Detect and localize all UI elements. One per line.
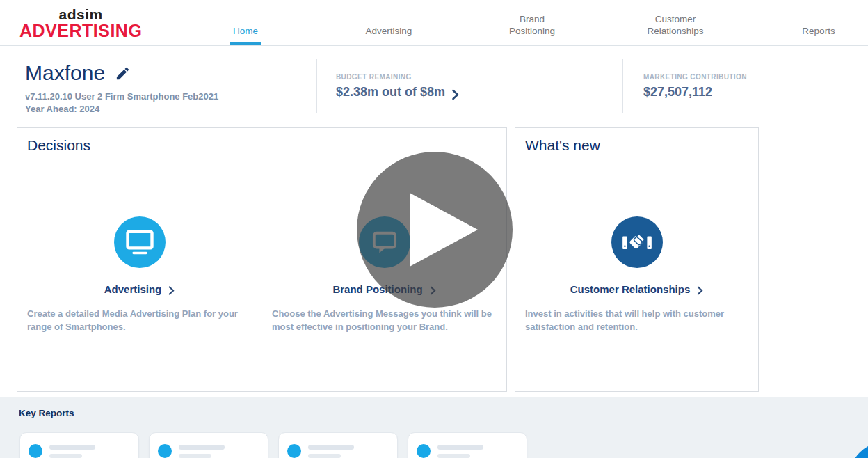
budget-remaining-block: BUDGET REMAINING $2.38m out of $8m [336, 73, 459, 102]
advertising-link[interactable]: Advertising [104, 283, 175, 297]
report-title-placeholder [308, 445, 354, 450]
budget-remaining-value[interactable]: $2.38m out of $8m [336, 85, 445, 102]
report-card[interactable] [149, 432, 268, 458]
report-dot-icon [417, 444, 431, 458]
chevron-right-icon [451, 89, 459, 100]
firm-name: Maxfone [25, 61, 105, 85]
adsim-home-page: adsim ADVERTISING Home Advertising Brand… [0, 0, 868, 458]
handshake-icon[interactable] [611, 216, 663, 268]
budget-remaining-link[interactable]: $2.38m out of $8m [336, 85, 459, 102]
nav-tab-brand-positioning[interactable]: Brand Positioning [460, 0, 604, 46]
whats-new-panel-title: What's new [515, 128, 758, 154]
version-info: v7.11.20.10 User 2 Firm Smartphone Feb20… [25, 90, 218, 103]
customer-relationships-description: Invest in activities that will help with… [515, 308, 758, 333]
monitor-icon[interactable] [114, 216, 166, 268]
report-dot-icon [158, 444, 172, 458]
year-ahead-info: Year Ahead: 2024 [25, 103, 218, 116]
key-reports-section: Key Reports [0, 397, 868, 458]
advertising-decision-column: Advertising Create a detailed Media Adve… [17, 159, 262, 391]
nav-tab-home[interactable]: Home [174, 0, 317, 46]
customer-relationships-column: Customer Relationships Invest in activit… [515, 159, 758, 391]
report-card[interactable] [408, 432, 527, 458]
nav-tab-brand-positioning-label: Brand Positioning [497, 13, 567, 37]
report-subtitle-placeholder [49, 454, 82, 458]
decisions-panel-title: Decisions [17, 128, 506, 154]
customer-relationships-link[interactable]: Customer Relationships [570, 283, 704, 297]
active-tab-underline [230, 42, 261, 45]
report-title-placeholder [437, 445, 483, 450]
adsim-logo[interactable]: adsim ADVERTISING [19, 7, 142, 40]
report-subtitle-placeholder [179, 454, 211, 458]
video-play-overlay[interactable] [357, 152, 513, 308]
edit-firm-name-icon[interactable] [115, 65, 131, 81]
status-bar: Maxfone v7.11.20.10 User 2 Firm Smartpho… [0, 46, 868, 126]
nav-tab-customer-relationships-label: Customer Relationships [641, 13, 710, 37]
report-subtitle-placeholder [308, 454, 341, 458]
key-reports-title: Key Reports [19, 408, 74, 418]
nav-tab-reports-label: Reports [802, 25, 835, 37]
report-card[interactable] [278, 432, 398, 458]
main-nav-tabs: Home Advertising Brand Positioning Custo… [174, 0, 868, 46]
top-nav: adsim ADVERTISING Home Advertising Brand… [0, 0, 868, 46]
handshake-icon-glyph [621, 231, 653, 253]
logo-adsim-text: adsim [59, 7, 103, 22]
report-card[interactable] [19, 432, 139, 458]
advertising-link-label: Advertising [104, 283, 162, 297]
monitor-icon-glyph [125, 230, 154, 255]
report-title-placeholder [179, 445, 225, 450]
header-divider [622, 59, 623, 113]
key-reports-card-row [19, 432, 527, 458]
budget-remaining-label: BUDGET REMAINING [336, 73, 459, 81]
play-icon [410, 193, 478, 267]
customer-relationships-link-label: Customer Relationships [570, 283, 691, 297]
logo-advertising-text: ADVERTISING [19, 22, 142, 40]
nav-tab-home-label: Home [233, 25, 258, 37]
report-dot-icon [29, 444, 42, 458]
nav-tab-customer-relationships[interactable]: Customer Relationships [604, 0, 747, 46]
brand-positioning-description: Choose the Advertising Messages you thin… [262, 308, 506, 333]
marketing-contribution-value: $27,507,112 [643, 85, 712, 100]
chevron-right-icon [168, 286, 175, 295]
whats-new-panel-body: Customer Relationships Invest in activit… [515, 159, 758, 391]
marketing-contribution-label: MARKETING CONTRIBUTION [643, 73, 747, 81]
nav-tab-advertising-label: Advertising [366, 25, 412, 37]
whats-new-panel: What's new Customer Relationships [515, 127, 759, 392]
report-subtitle-placeholder [437, 454, 470, 458]
advertising-description: Create a detailed Media Advertising Plan… [17, 308, 262, 333]
report-title-placeholder [49, 445, 95, 450]
header-divider [316, 59, 317, 113]
report-dot-icon [287, 444, 301, 458]
firm-block: Maxfone v7.11.20.10 User 2 Firm Smartpho… [25, 61, 218, 116]
marketing-contribution-block: MARKETING CONTRIBUTION $27,507,112 [643, 73, 747, 100]
chevron-right-icon [697, 286, 703, 295]
nav-tab-reports[interactable]: Reports [747, 0, 868, 46]
nav-tab-advertising[interactable]: Advertising [317, 0, 460, 46]
